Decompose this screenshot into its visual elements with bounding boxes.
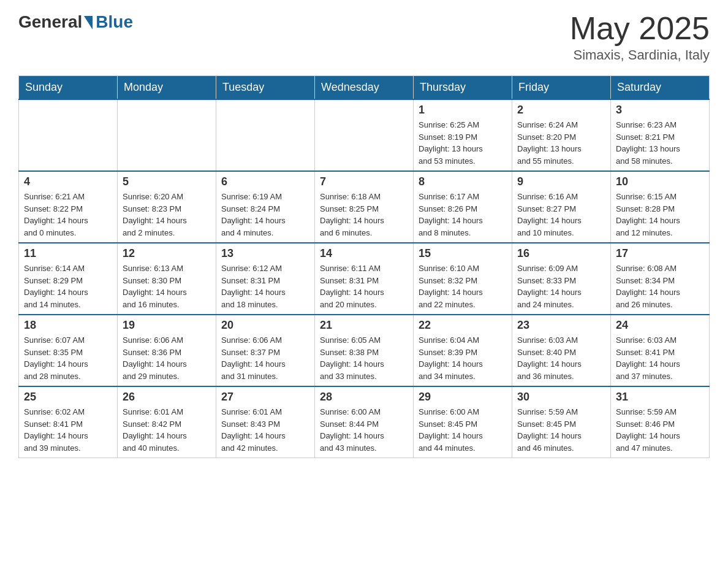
day-info: Sunrise: 6:19 AM Sunset: 8:24 PM Dayligh… (221, 191, 309, 239)
calendar-cell: 21Sunrise: 6:05 AM Sunset: 8:38 PM Dayli… (315, 315, 414, 386)
calendar-cell: 3Sunrise: 6:23 AM Sunset: 8:21 PM Daylig… (611, 99, 710, 171)
calendar-cell: 11Sunrise: 6:14 AM Sunset: 8:29 PM Dayli… (19, 243, 118, 315)
day-info: Sunrise: 6:03 AM Sunset: 8:41 PM Dayligh… (616, 334, 704, 382)
day-number: 6 (221, 175, 309, 188)
logo-blue-text: Blue (96, 12, 133, 32)
day-info: Sunrise: 6:12 AM Sunset: 8:31 PM Dayligh… (221, 262, 309, 310)
day-number: 19 (123, 319, 211, 332)
day-info: Sunrise: 6:16 AM Sunset: 8:27 PM Dayligh… (517, 191, 605, 239)
day-number: 18 (24, 319, 112, 332)
day-number: 11 (24, 247, 112, 260)
calendar-cell: 5Sunrise: 6:20 AM Sunset: 8:23 PM Daylig… (118, 171, 216, 243)
logo: General Blue (18, 12, 133, 32)
calendar-cell: 30Sunrise: 5:59 AM Sunset: 8:45 PM Dayli… (512, 386, 611, 458)
title-section: May 2025 Simaxis, Sardinia, Italy (570, 12, 710, 63)
day-info: Sunrise: 6:04 AM Sunset: 8:39 PM Dayligh… (419, 334, 507, 382)
day-info: Sunrise: 6:00 AM Sunset: 8:44 PM Dayligh… (320, 406, 408, 454)
day-info: Sunrise: 6:25 AM Sunset: 8:19 PM Dayligh… (419, 119, 507, 167)
calendar-cell: 10Sunrise: 6:15 AM Sunset: 8:28 PM Dayli… (611, 171, 710, 243)
day-info: Sunrise: 6:15 AM Sunset: 8:28 PM Dayligh… (616, 191, 704, 239)
day-number: 27 (221, 391, 309, 404)
day-info: Sunrise: 6:09 AM Sunset: 8:33 PM Dayligh… (517, 262, 605, 310)
day-number: 26 (123, 391, 211, 404)
day-info: Sunrise: 6:00 AM Sunset: 8:45 PM Dayligh… (419, 406, 507, 454)
calendar-cell: 4Sunrise: 6:21 AM Sunset: 8:22 PM Daylig… (19, 171, 118, 243)
calendar-header-row: SundayMondayTuesdayWednesdayThursdayFrid… (19, 76, 710, 100)
day-number: 17 (616, 247, 704, 260)
month-year-title: May 2025 (570, 12, 710, 44)
day-number: 12 (123, 247, 211, 260)
day-number: 20 (221, 319, 309, 332)
calendar-cell: 8Sunrise: 6:17 AM Sunset: 8:26 PM Daylig… (414, 171, 512, 243)
day-of-week-header: Tuesday (216, 76, 315, 100)
calendar-cell (19, 99, 118, 171)
calendar-cell: 9Sunrise: 6:16 AM Sunset: 8:27 PM Daylig… (512, 171, 611, 243)
day-number: 16 (517, 247, 605, 260)
calendar-cell (315, 99, 414, 171)
day-info: Sunrise: 6:23 AM Sunset: 8:21 PM Dayligh… (616, 119, 704, 167)
day-of-week-header: Wednesday (315, 76, 414, 100)
day-info: Sunrise: 6:07 AM Sunset: 8:35 PM Dayligh… (24, 334, 112, 382)
day-info: Sunrise: 6:11 AM Sunset: 8:31 PM Dayligh… (320, 262, 408, 310)
logo-general-text: General (18, 12, 82, 32)
calendar-cell: 17Sunrise: 6:08 AM Sunset: 8:34 PM Dayli… (611, 243, 710, 315)
day-info: Sunrise: 6:24 AM Sunset: 8:20 PM Dayligh… (517, 119, 605, 167)
calendar-week-row: 25Sunrise: 6:02 AM Sunset: 8:41 PM Dayli… (19, 386, 710, 458)
calendar-week-row: 4Sunrise: 6:21 AM Sunset: 8:22 PM Daylig… (19, 171, 710, 243)
day-number: 10 (616, 175, 704, 188)
calendar-cell: 16Sunrise: 6:09 AM Sunset: 8:33 PM Dayli… (512, 243, 611, 315)
day-number: 25 (24, 391, 112, 404)
calendar-week-row: 11Sunrise: 6:14 AM Sunset: 8:29 PM Dayli… (19, 243, 710, 315)
day-number: 24 (616, 319, 704, 332)
day-number: 22 (419, 319, 507, 332)
calendar-cell: 29Sunrise: 6:00 AM Sunset: 8:45 PM Dayli… (414, 386, 512, 458)
calendar-cell: 13Sunrise: 6:12 AM Sunset: 8:31 PM Dayli… (216, 243, 315, 315)
calendar-cell: 18Sunrise: 6:07 AM Sunset: 8:35 PM Dayli… (19, 315, 118, 386)
day-number: 9 (517, 175, 605, 188)
day-number: 7 (320, 175, 408, 188)
day-of-week-header: Monday (118, 76, 216, 100)
location-subtitle: Simaxis, Sardinia, Italy (570, 47, 710, 63)
day-info: Sunrise: 6:18 AM Sunset: 8:25 PM Dayligh… (320, 191, 408, 239)
calendar-cell: 19Sunrise: 6:06 AM Sunset: 8:36 PM Dayli… (118, 315, 216, 386)
day-number: 4 (24, 175, 112, 188)
day-number: 31 (616, 391, 704, 404)
day-info: Sunrise: 6:05 AM Sunset: 8:38 PM Dayligh… (320, 334, 408, 382)
calendar-cell (118, 99, 216, 171)
day-number: 29 (419, 391, 507, 404)
calendar-week-row: 1Sunrise: 6:25 AM Sunset: 8:19 PM Daylig… (19, 99, 710, 171)
calendar-cell: 23Sunrise: 6:03 AM Sunset: 8:40 PM Dayli… (512, 315, 611, 386)
day-number: 14 (320, 247, 408, 260)
day-info: Sunrise: 5:59 AM Sunset: 8:46 PM Dayligh… (616, 406, 704, 454)
calendar-cell: 20Sunrise: 6:06 AM Sunset: 8:37 PM Dayli… (216, 315, 315, 386)
day-info: Sunrise: 6:14 AM Sunset: 8:29 PM Dayligh… (24, 262, 112, 310)
calendar-cell: 26Sunrise: 6:01 AM Sunset: 8:42 PM Dayli… (118, 386, 216, 458)
day-number: 21 (320, 319, 408, 332)
day-number: 3 (616, 104, 704, 117)
day-info: Sunrise: 6:13 AM Sunset: 8:30 PM Dayligh… (123, 262, 211, 310)
calendar-week-row: 18Sunrise: 6:07 AM Sunset: 8:35 PM Dayli… (19, 315, 710, 386)
calendar-cell: 22Sunrise: 6:04 AM Sunset: 8:39 PM Dayli… (414, 315, 512, 386)
calendar-cell: 28Sunrise: 6:00 AM Sunset: 8:44 PM Dayli… (315, 386, 414, 458)
day-number: 8 (419, 175, 507, 188)
day-info: Sunrise: 6:06 AM Sunset: 8:36 PM Dayligh… (123, 334, 211, 382)
calendar-cell: 27Sunrise: 6:01 AM Sunset: 8:43 PM Dayli… (216, 386, 315, 458)
day-info: Sunrise: 6:20 AM Sunset: 8:23 PM Dayligh… (123, 191, 211, 239)
page-header: General Blue May 2025 Simaxis, Sardinia,… (18, 12, 710, 63)
day-number: 28 (320, 391, 408, 404)
day-info: Sunrise: 6:06 AM Sunset: 8:37 PM Dayligh… (221, 334, 309, 382)
day-info: Sunrise: 6:03 AM Sunset: 8:40 PM Dayligh… (517, 334, 605, 382)
day-of-week-header: Thursday (414, 76, 512, 100)
day-of-week-header: Friday (512, 76, 611, 100)
calendar-cell: 31Sunrise: 5:59 AM Sunset: 8:46 PM Dayli… (611, 386, 710, 458)
day-info: Sunrise: 6:17 AM Sunset: 8:26 PM Dayligh… (419, 191, 507, 239)
day-number: 23 (517, 319, 605, 332)
day-info: Sunrise: 6:21 AM Sunset: 8:22 PM Dayligh… (24, 191, 112, 239)
calendar-cell: 2Sunrise: 6:24 AM Sunset: 8:20 PM Daylig… (512, 99, 611, 171)
day-info: Sunrise: 6:01 AM Sunset: 8:42 PM Dayligh… (123, 406, 211, 454)
calendar-table: SundayMondayTuesdayWednesdayThursdayFrid… (18, 75, 710, 458)
day-info: Sunrise: 6:08 AM Sunset: 8:34 PM Dayligh… (616, 262, 704, 310)
calendar-cell: 7Sunrise: 6:18 AM Sunset: 8:25 PM Daylig… (315, 171, 414, 243)
day-info: Sunrise: 6:02 AM Sunset: 8:41 PM Dayligh… (24, 406, 112, 454)
logo-triangle-icon (84, 16, 93, 29)
